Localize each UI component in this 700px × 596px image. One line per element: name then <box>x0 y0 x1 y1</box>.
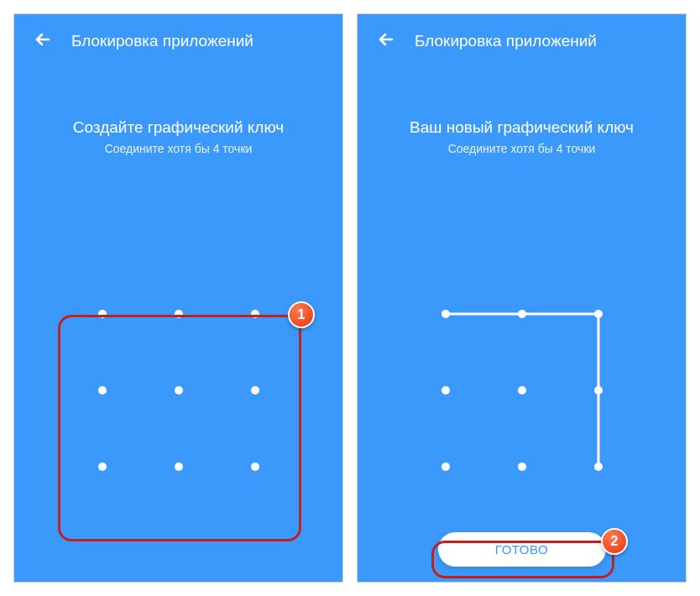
pattern-dot[interactable] <box>594 386 603 395</box>
pattern-dot[interactable] <box>441 386 450 395</box>
page-title: Блокировка приложений <box>415 32 597 50</box>
screen-confirm-pattern: Блокировка приложений Ваш новый графичес… <box>357 13 687 583</box>
instruction-subtitle: Соедините хотя бы 4 точки <box>105 142 253 155</box>
header: Блокировка приложений <box>358 14 686 68</box>
instruction-subtitle: Соедините хотя бы 4 точки <box>448 142 596 155</box>
pattern-dot[interactable] <box>441 310 450 318</box>
back-arrow-icon[interactable] <box>31 29 51 53</box>
pattern-dot[interactable] <box>98 463 107 471</box>
annotation-badge-2: 2 <box>601 528 628 555</box>
content-area: Ваш новый графический ключ Соедините хот… <box>358 68 686 582</box>
pattern-dot[interactable] <box>175 386 183 395</box>
pattern-dot[interactable] <box>518 463 526 471</box>
pattern-grid[interactable] <box>413 281 631 499</box>
pattern-dot[interactable] <box>98 310 107 318</box>
pattern-dot[interactable] <box>518 386 526 395</box>
pattern-dot[interactable] <box>175 310 183 318</box>
pattern-dot[interactable] <box>98 386 107 395</box>
pattern-dot[interactable] <box>251 310 259 318</box>
annotation-badge-1: 1 <box>288 301 315 328</box>
pattern-dot[interactable] <box>251 463 259 471</box>
instruction-title: Ваш новый графический ключ <box>410 118 634 137</box>
screen-create-pattern: Блокировка приложений Создайте графическ… <box>13 13 343 583</box>
pattern-dot[interactable] <box>594 310 603 318</box>
header: Блокировка приложений <box>14 14 342 68</box>
back-arrow-icon[interactable] <box>374 29 394 53</box>
pattern-dot[interactable] <box>175 463 183 471</box>
pattern-dot[interactable] <box>594 463 603 471</box>
done-button[interactable]: ГОТОВО <box>438 532 606 567</box>
pattern-dot[interactable] <box>251 386 259 395</box>
pattern-grid[interactable] <box>70 281 288 499</box>
pattern-dot[interactable] <box>441 463 450 471</box>
pattern-dot[interactable] <box>518 310 526 318</box>
instruction-title: Создайте графический ключ <box>73 118 284 137</box>
page-title: Блокировка приложений <box>71 32 253 50</box>
